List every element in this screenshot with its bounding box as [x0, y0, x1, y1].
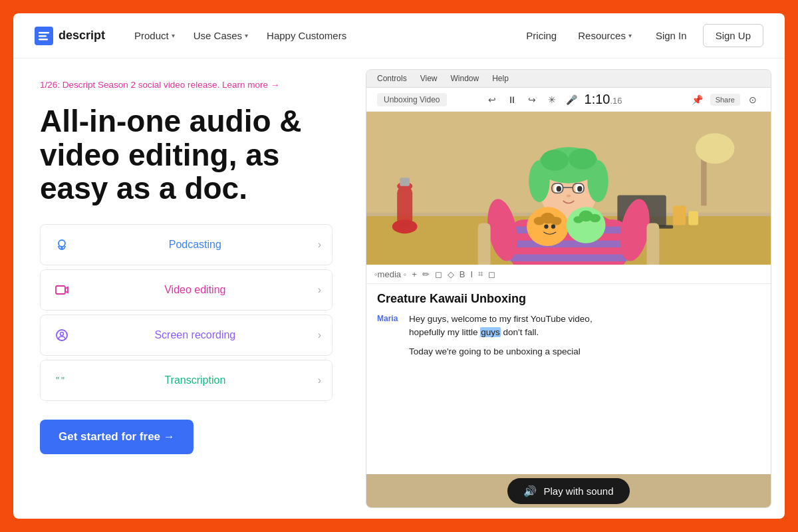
svg-point-45	[567, 194, 571, 197]
feature-podcasting[interactable]: Podcasting ›	[40, 224, 332, 265]
svg-point-49	[534, 217, 545, 225]
feature-list: Podcasting › Video editing ›	[40, 224, 332, 401]
video-chevron-icon: ›	[318, 284, 321, 296]
signup-button[interactable]: Sign Up	[703, 24, 763, 47]
feature-screen[interactable]: Screen recording ›	[40, 315, 332, 356]
color-btn[interactable]: ◇	[448, 269, 454, 279]
svg-rect-27	[509, 241, 628, 247]
svg-point-52	[573, 216, 583, 223]
cta-button[interactable]: Get started for free →	[40, 420, 194, 454]
nav-pricing[interactable]: Pricing	[518, 25, 565, 47]
nav-happy-customers[interactable]: Happy Customers	[259, 25, 354, 47]
svg-point-55	[551, 225, 555, 229]
hero-title: All-in-one audio & video editing, as eas…	[40, 104, 332, 205]
feature-transcription[interactable]: " " Transcription ›	[40, 360, 332, 401]
nav-use-cases[interactable]: Use Cases ▾	[186, 25, 256, 47]
svg-point-40	[557, 186, 561, 192]
transcript-text: Hey guys, welcome to my first YouTube vi…	[409, 313, 593, 340]
svg-text:": "	[61, 375, 65, 386]
settings-button[interactable]: ✳	[545, 92, 559, 107]
transcription-icon: " "	[51, 370, 72, 391]
italic-btn[interactable]: I	[471, 269, 473, 279]
svg-point-15	[696, 133, 735, 164]
bold-btn[interactable]: B	[460, 269, 466, 279]
svg-rect-56	[478, 223, 491, 265]
more-button[interactable]: ⊙	[745, 92, 760, 107]
rewind-button[interactable]: ↩	[485, 92, 499, 107]
time-display: 1:10.16	[585, 92, 622, 107]
svg-point-36	[541, 150, 569, 170]
nav-right: Pricing Resources ▾ Sign In Sign Up	[518, 24, 763, 47]
main-content: 1/26: Descript Season 2 social video rel…	[13, 59, 785, 519]
playback-controls: ↩ ⏸ ↪ ✳ 🎤 1:10.16	[485, 92, 622, 107]
podcasting-icon	[51, 234, 72, 255]
speaker-name: Maria	[377, 313, 401, 340]
play-pause-button[interactable]: ⏸	[505, 92, 519, 107]
brand-name: descript	[59, 29, 105, 43]
resources-chevron-icon: ▾	[628, 32, 632, 39]
svg-point-54	[544, 225, 548, 229]
highlight-btn[interactable]: ◻	[435, 269, 442, 279]
svg-rect-21	[397, 186, 412, 227]
nav-product[interactable]: Product ▾	[126, 25, 183, 47]
share-button[interactable]: Share	[710, 94, 740, 106]
use-cases-chevron-icon: ▾	[245, 32, 248, 39]
forward-button[interactable]: ↪	[525, 92, 539, 107]
svg-rect-6	[56, 286, 65, 294]
svg-rect-18	[673, 205, 686, 225]
mic-button[interactable]: 🎤	[565, 92, 579, 107]
play-sound-button[interactable]: 🔊 Play with sound	[507, 478, 629, 504]
svg-rect-3	[39, 39, 48, 41]
speaker-icon: 🔊	[523, 485, 537, 497]
logo[interactable]: descript	[35, 27, 105, 45]
editor-toolbar2: ◦media ◦ + ✏ ◻ ◇ B I ⌗ ◻	[366, 265, 771, 284]
menu-window[interactable]: Window	[450, 74, 479, 83]
podcasting-label: Podcasting	[72, 239, 318, 251]
transcription-label: Transcription	[72, 374, 318, 386]
toolbar-right: 📌 Share ⊙	[690, 92, 760, 107]
screen-icon	[51, 325, 72, 346]
menu-controls[interactable]: Controls	[377, 74, 407, 83]
project-tab[interactable]: Unboxing Video	[377, 93, 447, 106]
editor-bottom: ◦media ◦ + ✏ ◻ ◇ B I ⌗ ◻ Creature Kawaii…	[366, 265, 771, 507]
pen-btn[interactable]: ✏	[422, 269, 430, 279]
app-frame: descript Product ▾ Use Cases ▾ Happy Cus…	[13, 13, 785, 519]
signin-button[interactable]: Sign In	[645, 25, 698, 47]
svg-point-37	[569, 148, 597, 169]
navbar: descript Product ▾ Use Cases ▾ Happy Cus…	[13, 13, 785, 59]
app-menubar: Controls View Window Help	[366, 70, 771, 88]
svg-point-53	[589, 214, 600, 223]
hero-left: 1/26: Descript Season 2 social video rel…	[13, 59, 359, 519]
link-btn[interactable]: ⌗	[478, 269, 483, 279]
svg-point-50	[551, 217, 562, 225]
pin-button[interactable]: 📌	[690, 92, 705, 107]
product-chevron-icon: ▾	[172, 32, 175, 39]
svg-rect-1	[39, 32, 49, 34]
svg-text:": "	[56, 375, 59, 386]
menu-view[interactable]: View	[420, 74, 438, 83]
nav-resources[interactable]: Resources ▾	[570, 25, 640, 47]
doc-title: Creature Kawaii Unboxing	[366, 284, 771, 310]
podcasting-chevron-icon: ›	[318, 239, 321, 251]
svg-point-4	[59, 240, 65, 247]
svg-point-8	[61, 332, 64, 335]
app-preview: Controls View Window Help Unboxing Video…	[366, 69, 771, 508]
transcript-row-2: Today we're going to be unboxing a speci…	[366, 342, 771, 361]
comment-btn[interactable]: ◻	[488, 269, 495, 279]
svg-rect-2	[39, 35, 47, 37]
menu-help[interactable]: Help	[492, 74, 509, 83]
media-label: ◦media ◦	[374, 269, 406, 279]
play-sound-bar: 🔊 Play with sound	[366, 474, 771, 507]
transcription-chevron-icon: ›	[318, 374, 321, 386]
svg-rect-28	[509, 255, 628, 261]
add-btn[interactable]: +	[412, 269, 417, 279]
video-thumbnail	[366, 112, 771, 265]
svg-rect-57	[646, 223, 659, 265]
svg-rect-23	[400, 178, 410, 186]
announcement-banner[interactable]: 1/26: Descript Season 2 social video rel…	[40, 80, 332, 90]
video-icon	[51, 279, 72, 301]
nav-left: Product ▾ Use Cases ▾ Happy Customers	[126, 25, 518, 47]
highlighted-word: guys	[480, 327, 501, 337]
video-area	[366, 112, 771, 265]
feature-video[interactable]: Video editing ›	[40, 269, 332, 311]
